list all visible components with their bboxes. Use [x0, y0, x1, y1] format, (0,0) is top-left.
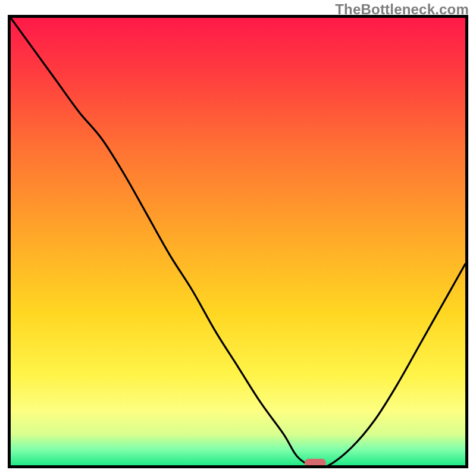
chart-frame: TheBottleneck.com [0, 0, 476, 476]
bottleneck-chart [0, 0, 476, 476]
watermark-text: TheBottleneck.com [335, 1, 469, 18]
gradient-background [11, 18, 465, 465]
